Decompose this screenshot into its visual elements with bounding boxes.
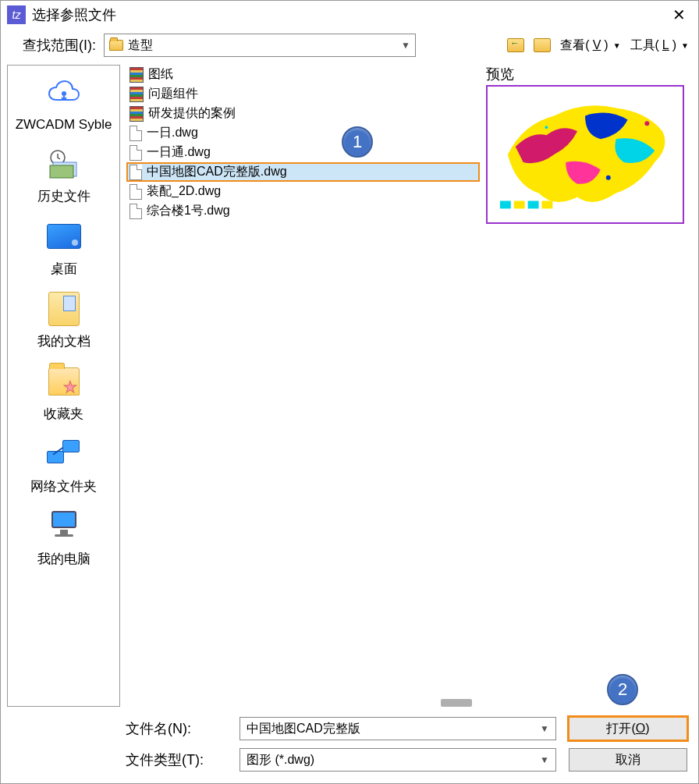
file-icon [130,126,142,141]
file-icon [130,204,142,219]
place-documents[interactable]: 我的文档 [8,287,119,360]
file-row[interactable]: 装配_2D.dwg [126,182,480,201]
filetype-combo[interactable]: 图形 (*.dwg) ▼ [240,748,556,772]
svg-rect-7 [528,201,539,209]
chevron-down-icon: ▼ [613,41,621,50]
file-name: 问题组件 [148,86,198,102]
svg-point-9 [644,121,649,126]
file-name: 一日通.dwg [147,144,211,161]
tools-menu[interactable]: 工具(L) ▼ [630,37,689,54]
chevron-down-icon: ▼ [540,754,549,765]
place-network[interactable]: 网络文件夹 [8,432,119,505]
up-folder-icon[interactable] [534,38,551,52]
file-name: 综合楼1号.dwg [147,203,230,219]
file-row[interactable]: 一日通.dwg [126,143,480,162]
center-panel: 图纸问题组件研发提供的案例一日.dwg一日通.dwg中国地图CAD完整版.dwg… [120,62,486,710]
file-list[interactable]: 图纸问题组件研发提供的案例一日.dwg一日通.dwg中国地图CAD完整版.dwg… [126,65,480,710]
annotation-callout-1: 1 [342,126,373,158]
svg-rect-3 [50,165,73,178]
toolbar: 查找范围(I): 造型 ▼ 查看(V) ▼ 工具(L) ▼ [1,29,698,62]
place-desktop[interactable]: 桌面 [8,215,119,287]
open-button[interactable]: 打开(O) [569,717,687,740]
lookup-combo[interactable]: 造型 ▼ [104,34,416,57]
app-icon: tz [7,5,26,24]
preview-box [486,85,684,224]
archive-icon [130,87,144,102]
places-bar: ZWCADM Syble 历史文件 桌面 我的文 [7,65,120,707]
lookup-label: 查找范围(I): [23,36,96,55]
chevron-down-icon: ▼ [401,40,410,51]
filetype-value: 图形 (*.dwg) [247,752,314,768]
cancel-button[interactable]: 取消 [569,748,687,772]
bottom-panel: 文件名(N): 中国地图CAD完整版 ▼ 打开(O) 文件类型(T): 图形 (… [1,710,698,783]
desktop-icon [47,224,81,249]
file-row[interactable]: 综合楼1号.dwg [126,201,480,221]
chevron-down-icon: ▼ [681,41,689,50]
file-row[interactable]: 研发提供的案例 [126,104,480,123]
computer-icon [47,511,81,542]
window-title: 选择参照文件 [32,5,666,24]
archive-icon [130,106,144,122]
file-name: 研发提供的案例 [148,105,236,122]
svg-rect-5 [500,201,511,209]
svg-point-10 [545,126,548,129]
svg-point-0 [62,91,66,96]
filetype-label: 文件类型(T): [126,750,227,769]
titlebar: tz 选择参照文件 ✕ [1,1,698,29]
file-name: 装配_2D.dwg [147,183,221,200]
place-history[interactable]: 历史文件 [8,142,119,215]
favorites-icon [48,367,80,396]
place-mycomputer[interactable]: 我的电脑 [8,505,119,577]
preview-panel: 预览 [486,62,698,710]
file-name: 图纸 [148,66,173,83]
file-row[interactable]: 一日.dwg [126,123,480,143]
documents-icon [48,292,80,326]
file-row[interactable]: 问题组件 [126,84,480,104]
file-row[interactable]: 中国地图CAD完整版.dwg [126,162,480,182]
filename-value: 中国地图CAD完整版 [247,721,360,737]
chevron-down-icon: ▼ [540,723,549,734]
cloud-icon [47,80,81,108]
current-folder-name: 造型 [128,37,153,54]
preview-label: 预览 [486,65,687,83]
view-menu[interactable]: 查看(V) ▼ [560,37,620,54]
filename-combo[interactable]: 中国地图CAD完整版 ▼ [240,717,556,740]
file-name: 中国地图CAD完整版.dwg [147,164,287,180]
file-icon [130,145,142,161]
svg-rect-6 [514,201,525,209]
close-icon[interactable]: ✕ [666,2,692,27]
history-icon [47,148,81,179]
svg-point-11 [606,176,611,180]
scroll-handle[interactable] [441,699,472,707]
back-folder-icon[interactable] [507,38,524,52]
archive-icon [130,67,144,83]
file-name: 一日.dwg [147,125,198,141]
filename-label: 文件名(N): [126,719,227,738]
network-icon [47,440,81,468]
place-favorites[interactable]: 收藏夹 [8,360,119,432]
place-zwcadm[interactable]: ZWCADM Syble [8,72,119,142]
file-row[interactable]: 图纸 [126,65,480,84]
body-area: ZWCADM Syble 历史文件 桌面 我的文 [1,62,698,710]
dialog-window: tz 选择参照文件 ✕ 查找范围(I): 造型 ▼ 查看(V) ▼ 工具(L) … [0,0,699,784]
file-icon [130,165,142,180]
svg-rect-8 [541,201,552,209]
folder-icon [109,40,123,51]
file-icon [130,184,142,200]
annotation-callout-2: 2 [607,674,638,705]
map-preview-image [492,91,678,218]
